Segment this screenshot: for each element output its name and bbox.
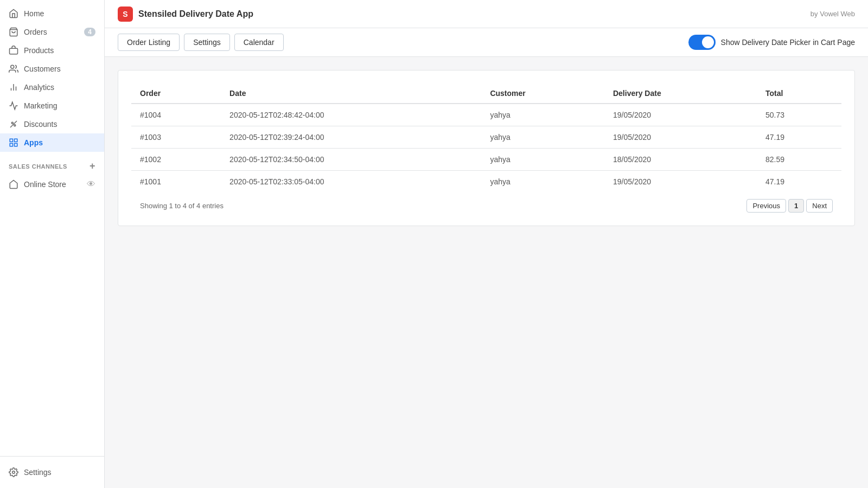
- toolbar-buttons: Order Listing Settings Calendar: [118, 34, 284, 51]
- col-customer: Customer: [481, 84, 604, 104]
- toolbar: Order Listing Settings Calendar Show Del…: [105, 28, 868, 57]
- sidebar-item-online-store-label: Online Store: [24, 180, 81, 189]
- sidebar-item-products-label: Products: [24, 46, 95, 55]
- app-header: S Stensiled Delivery Date App by Vowel W…: [105, 0, 868, 28]
- orders-icon: [9, 27, 18, 37]
- orders-badge: 4: [84, 28, 95, 36]
- svg-line-8: [10, 121, 17, 127]
- main-content: S Stensiled Delivery Date App by Vowel W…: [105, 0, 868, 488]
- content-area: Order Date Customer Delivery Date Total …: [105, 57, 868, 488]
- sidebar-item-products[interactable]: Products: [0, 41, 104, 60]
- table-row[interactable]: #10042020-05-12T02:48:42-04:00yahya19/05…: [131, 104, 841, 126]
- cell-delivery_date: 19/05/2020: [604, 171, 757, 193]
- sidebar: Home Orders 4 Products: [0, 0, 105, 488]
- svg-point-2: [11, 65, 14, 68]
- sidebar-item-marketing-label: Marketing: [24, 101, 95, 110]
- cell-customer: yahya: [481, 126, 604, 149]
- pagination-controls: Previous 1 Next: [746, 199, 833, 213]
- cell-order: #1001: [131, 171, 221, 193]
- sidebar-nav: Home Orders 4 Products: [0, 0, 104, 456]
- orders-table: Order Date Customer Delivery Date Total …: [131, 84, 841, 192]
- cell-delivery_date: 19/05/2020: [604, 126, 757, 149]
- svg-point-6: [11, 122, 13, 124]
- pagination-showing: Showing 1 to 4 of 4 entries: [140, 202, 224, 210]
- apps-icon: [9, 138, 18, 147]
- cell-customer: yahya: [481, 171, 604, 193]
- table-header: Order Date Customer Delivery Date Total: [131, 84, 841, 104]
- cell-delivery_date: 18/05/2020: [604, 149, 757, 171]
- settings-icon: [9, 467, 18, 477]
- sidebar-item-online-store[interactable]: Online Store 👁: [0, 175, 104, 194]
- sidebar-item-apps-label: Apps: [24, 138, 95, 147]
- svg-point-7: [14, 125, 16, 126]
- col-order: Order: [131, 84, 221, 104]
- cell-total: 47.19: [757, 171, 841, 193]
- sidebar-item-discounts[interactable]: Discounts: [0, 115, 104, 133]
- home-icon: [9, 9, 18, 18]
- col-date: Date: [221, 84, 481, 104]
- cell-total: 82.59: [757, 149, 841, 171]
- cell-delivery_date: 19/05/2020: [604, 104, 757, 126]
- app-title: Stensiled Delivery Date App: [138, 9, 253, 19]
- sales-channels-label: SALES CHANNELS: [9, 163, 67, 170]
- svg-rect-10: [15, 139, 17, 142]
- marketing-icon: [9, 101, 18, 111]
- sidebar-bottom: Settings: [0, 456, 104, 488]
- cell-date: 2020-05-12T02:33:05-04:00: [221, 171, 481, 193]
- discounts-icon: [9, 119, 18, 129]
- cell-order: #1002: [131, 149, 221, 171]
- pagination-page-1[interactable]: 1: [788, 199, 804, 213]
- sidebar-item-discounts-label: Discounts: [24, 120, 95, 129]
- products-icon: [9, 46, 18, 55]
- calendar-button[interactable]: Calendar: [234, 34, 284, 51]
- cell-date: 2020-05-12T02:39:24-04:00: [221, 126, 481, 149]
- orders-card: Order Date Customer Delivery Date Total …: [118, 70, 855, 226]
- sidebar-item-home-label: Home: [24, 9, 95, 18]
- app-by-label: by Vowel Web: [810, 10, 855, 18]
- order-listing-button[interactable]: Order Listing: [118, 34, 180, 51]
- app-header-left: S Stensiled Delivery Date App: [118, 7, 253, 22]
- sidebar-item-settings[interactable]: Settings: [0, 463, 104, 481]
- sidebar-item-orders[interactable]: Orders 4: [0, 23, 104, 41]
- toggle-label: Show Delivery Date Picker in Cart Page: [721, 38, 855, 47]
- customers-icon: [9, 64, 18, 74]
- sidebar-item-apps[interactable]: Apps: [0, 133, 104, 152]
- cell-date: 2020-05-12T02:48:42-04:00: [221, 104, 481, 126]
- settings-button[interactable]: Settings: [184, 34, 230, 51]
- table-row[interactable]: #10012020-05-12T02:33:05-04:00yahya19/05…: [131, 171, 841, 193]
- pagination-previous[interactable]: Previous: [746, 199, 786, 213]
- cell-total: 47.19: [757, 126, 841, 149]
- sidebar-settings-label: Settings: [24, 468, 95, 477]
- table-row[interactable]: #10022020-05-12T02:34:50-04:00yahya18/05…: [131, 149, 841, 171]
- sidebar-item-customers-label: Customers: [24, 65, 95, 73]
- sidebar-item-customers[interactable]: Customers: [0, 60, 104, 78]
- online-store-eye-icon[interactable]: 👁: [87, 179, 95, 189]
- svg-point-13: [12, 471, 15, 474]
- svg-rect-12: [15, 144, 17, 146]
- sidebar-item-marketing[interactable]: Marketing: [0, 97, 104, 115]
- sidebar-item-home[interactable]: Home: [0, 4, 104, 23]
- svg-rect-9: [10, 139, 12, 142]
- analytics-icon: [9, 82, 18, 92]
- store-icon: [9, 179, 18, 189]
- cell-order: #1003: [131, 126, 221, 149]
- add-sales-channel-icon[interactable]: +: [90, 160, 95, 172]
- cell-order: #1004: [131, 104, 221, 126]
- sidebar-item-orders-label: Orders: [24, 28, 79, 36]
- app-logo: S: [118, 7, 133, 22]
- cell-customer: yahya: [481, 149, 604, 171]
- col-delivery-date: Delivery Date: [604, 84, 757, 104]
- pagination-row: Showing 1 to 4 of 4 entries Previous 1 N…: [131, 192, 841, 213]
- sidebar-item-analytics-label: Analytics: [24, 83, 95, 92]
- svg-rect-1: [10, 48, 18, 54]
- delivery-date-toggle[interactable]: [688, 35, 716, 50]
- table-body: #10042020-05-12T02:48:42-04:00yahya19/05…: [131, 104, 841, 192]
- svg-rect-11: [10, 144, 12, 146]
- cell-total: 50.73: [757, 104, 841, 126]
- table-row[interactable]: #10032020-05-12T02:39:24-04:00yahya19/05…: [131, 126, 841, 149]
- col-total: Total: [757, 84, 841, 104]
- toolbar-right: Show Delivery Date Picker in Cart Page: [688, 35, 855, 50]
- pagination-next[interactable]: Next: [806, 199, 833, 213]
- cell-customer: yahya: [481, 104, 604, 126]
- sidebar-item-analytics[interactable]: Analytics: [0, 78, 104, 97]
